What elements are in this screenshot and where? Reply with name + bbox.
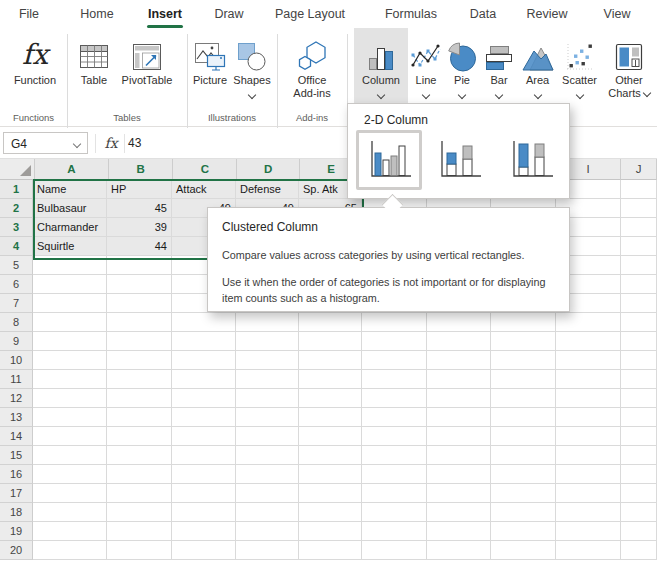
cell-F16[interactable] xyxy=(362,465,427,484)
cell-A19[interactable] xyxy=(33,522,107,541)
cell-B13[interactable] xyxy=(107,408,172,427)
picture-button[interactable]: Picture xyxy=(190,32,230,87)
cell-D13[interactable] xyxy=(236,408,299,427)
cell-J16[interactable] xyxy=(621,465,657,484)
cell-G13[interactable] xyxy=(427,408,491,427)
cell-A20[interactable] xyxy=(33,541,107,560)
cell-H14[interactable] xyxy=(491,427,556,446)
cell-G16[interactable] xyxy=(427,465,491,484)
row-header-15[interactable]: 15 xyxy=(0,446,33,465)
cell-H13[interactable] xyxy=(491,408,556,427)
tab-formulas[interactable]: Formulas xyxy=(382,6,440,24)
cell-C13[interactable] xyxy=(172,408,236,427)
cell-H9[interactable] xyxy=(491,332,556,351)
insert-function-button[interactable]: fx xyxy=(100,131,122,155)
cell-F13[interactable] xyxy=(362,408,427,427)
cell-E16[interactable] xyxy=(299,465,362,484)
cell-J15[interactable] xyxy=(621,446,657,465)
cell-I16[interactable] xyxy=(556,465,621,484)
cell-H18[interactable] xyxy=(491,503,556,522)
cell-I19[interactable] xyxy=(556,522,621,541)
cell-C12[interactable] xyxy=(172,389,236,408)
chevron-down-icon[interactable] xyxy=(73,140,81,148)
cell-H11[interactable] xyxy=(491,370,556,389)
cell-D20[interactable] xyxy=(236,541,299,560)
tab-file[interactable]: File xyxy=(14,6,44,24)
cell-C10[interactable] xyxy=(172,351,236,370)
cell-I8[interactable] xyxy=(556,313,621,332)
cell-I10[interactable] xyxy=(556,351,621,370)
cell-J3[interactable] xyxy=(621,218,657,237)
cell-F12[interactable] xyxy=(362,389,427,408)
row-header-2[interactable]: 2 xyxy=(0,199,33,218)
cell-A17[interactable] xyxy=(33,484,107,503)
cell-E14[interactable] xyxy=(299,427,362,446)
cell-I17[interactable] xyxy=(556,484,621,503)
cell-A5[interactable] xyxy=(33,256,107,275)
cell-D16[interactable] xyxy=(236,465,299,484)
column-header-D[interactable]: D xyxy=(237,159,300,180)
row-header-11[interactable]: 11 xyxy=(0,370,33,389)
cell-B6[interactable] xyxy=(107,275,172,294)
cell-F9[interactable] xyxy=(362,332,427,351)
row-header-12[interactable]: 12 xyxy=(0,389,33,408)
cell-C19[interactable] xyxy=(172,522,236,541)
cell-E19[interactable] xyxy=(299,522,362,541)
cell-J5[interactable] xyxy=(621,256,657,275)
cell-H8[interactable] xyxy=(491,313,556,332)
row-header-18[interactable]: 18 xyxy=(0,503,33,522)
cell-D1[interactable]: Defense xyxy=(236,180,299,199)
row-header-6[interactable]: 6 xyxy=(0,275,33,294)
cell-E13[interactable] xyxy=(299,408,362,427)
cell-E9[interactable] xyxy=(299,332,362,351)
cell-A13[interactable] xyxy=(33,408,107,427)
cell-J4[interactable] xyxy=(621,237,657,256)
cell-G20[interactable] xyxy=(427,541,491,560)
cell-B3[interactable]: 39 xyxy=(107,218,172,237)
cell-J11[interactable] xyxy=(621,370,657,389)
cell-B7[interactable] xyxy=(107,294,172,313)
row-header-19[interactable]: 19 xyxy=(0,522,33,541)
cell-F8[interactable] xyxy=(362,313,427,332)
column-header-J[interactable]: J xyxy=(621,159,657,180)
cell-F20[interactable] xyxy=(362,541,427,560)
office-add-ins-button[interactable]: Office Add-ins xyxy=(283,32,341,100)
row-header-14[interactable]: 14 xyxy=(0,427,33,446)
cell-C14[interactable] xyxy=(172,427,236,446)
cell-C16[interactable] xyxy=(172,465,236,484)
cell-C15[interactable] xyxy=(172,446,236,465)
stacked-column-option[interactable] xyxy=(432,134,486,186)
row-header-16[interactable]: 16 xyxy=(0,465,33,484)
area-chart-button[interactable]: Area xyxy=(518,32,557,98)
cell-F15[interactable] xyxy=(362,446,427,465)
row-header-20[interactable]: 20 xyxy=(0,541,33,560)
select-all-button[interactable] xyxy=(0,159,35,180)
cell-B4[interactable]: 44 xyxy=(107,237,172,256)
cell-H15[interactable] xyxy=(491,446,556,465)
cell-G8[interactable] xyxy=(427,313,491,332)
table-button[interactable]: Table xyxy=(72,32,116,87)
cell-G12[interactable] xyxy=(427,389,491,408)
cell-J2[interactable] xyxy=(621,199,657,218)
bar-chart-button[interactable]: Bar xyxy=(480,32,518,98)
cell-G17[interactable] xyxy=(427,484,491,503)
tab-insert[interactable]: Insert xyxy=(144,6,186,24)
cell-B14[interactable] xyxy=(107,427,172,446)
cell-B15[interactable] xyxy=(107,446,172,465)
cell-J18[interactable] xyxy=(621,503,657,522)
cell-D12[interactable] xyxy=(236,389,299,408)
cell-J19[interactable] xyxy=(621,522,657,541)
cell-A15[interactable] xyxy=(33,446,107,465)
column-header-C[interactable]: C xyxy=(173,159,237,180)
hundred-percent-stacked-column-option[interactable] xyxy=(504,134,558,186)
pivottable-button[interactable]: PivotTable xyxy=(116,32,178,87)
cell-D8[interactable] xyxy=(236,313,299,332)
cell-A12[interactable] xyxy=(33,389,107,408)
cell-E12[interactable] xyxy=(299,389,362,408)
cell-J17[interactable] xyxy=(621,484,657,503)
cell-H16[interactable] xyxy=(491,465,556,484)
tab-page-layout[interactable]: Page Layout xyxy=(266,6,354,24)
cell-D10[interactable] xyxy=(236,351,299,370)
cell-I11[interactable] xyxy=(556,370,621,389)
cell-J7[interactable] xyxy=(621,294,657,313)
